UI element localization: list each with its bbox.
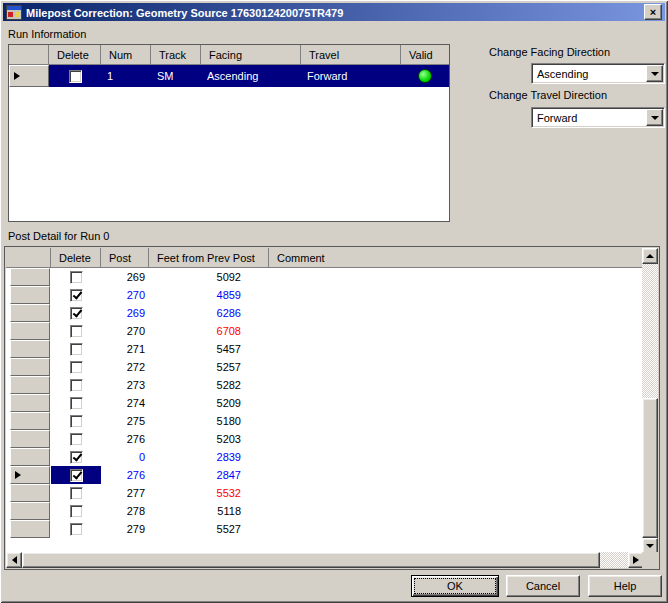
feet-cell[interactable]: 4859: [149, 286, 269, 304]
comment-cell[interactable]: [269, 430, 644, 448]
travel-dropdown-button[interactable]: [646, 109, 663, 126]
delete-cell[interactable]: [51, 268, 101, 286]
delete-cell[interactable]: [51, 358, 101, 376]
comment-cell[interactable]: [269, 412, 644, 430]
post-table-row[interactable]: 2735282: [6, 376, 644, 394]
post-cell[interactable]: 275: [101, 412, 149, 430]
horizontal-scroll-thumb[interactable]: [22, 552, 600, 568]
run-header-travel[interactable]: Travel: [301, 45, 401, 64]
comment-cell[interactable]: [269, 466, 644, 484]
row-selector-cell[interactable]: [10, 412, 50, 430]
post-cell[interactable]: 269: [101, 304, 149, 322]
post-cell[interactable]: 0: [101, 448, 149, 466]
feet-cell[interactable]: 2839: [149, 448, 269, 466]
row-selector-cell[interactable]: [10, 286, 50, 304]
post-cell[interactable]: 273: [101, 376, 149, 394]
comment-cell[interactable]: [269, 502, 644, 520]
comment-cell[interactable]: [269, 394, 644, 412]
post-table-row[interactable]: 2706708: [6, 322, 644, 340]
post-grid-horizontal-scrollbar[interactable]: [6, 552, 644, 568]
post-cell[interactable]: 276: [101, 430, 149, 448]
row-selector-cell[interactable]: [10, 484, 50, 502]
row-selector-cell[interactable]: [10, 520, 50, 538]
delete-cell[interactable]: [51, 502, 101, 520]
facing-dropdown-button[interactable]: [646, 65, 663, 82]
delete-checkbox[interactable]: [70, 289, 83, 302]
post-cell[interactable]: 278: [101, 502, 149, 520]
row-selector-cell[interactable]: [10, 358, 50, 376]
row-selector-cell[interactable]: [10, 340, 50, 358]
post-table-row[interactable]: 2715457: [6, 340, 644, 358]
row-selector-cell[interactable]: [10, 304, 50, 322]
post-header-comment[interactable]: Comment: [269, 248, 644, 267]
delete-cell[interactable]: [51, 520, 101, 538]
delete-cell[interactable]: [49, 65, 101, 87]
comment-cell[interactable]: [269, 286, 644, 304]
post-table-row[interactable]: 2745209: [6, 394, 644, 412]
delete-cell[interactable]: [51, 484, 101, 502]
vertical-scroll-track[interactable]: [642, 264, 658, 538]
comment-cell[interactable]: [269, 358, 644, 376]
run-header-track[interactable]: Track: [151, 45, 201, 64]
delete-cell[interactable]: [51, 304, 101, 322]
delete-checkbox[interactable]: [70, 361, 83, 374]
post-cell[interactable]: 276: [101, 466, 149, 484]
feet-cell[interactable]: 2847: [149, 466, 269, 484]
feet-cell[interactable]: 5457: [149, 340, 269, 358]
feet-cell[interactable]: 5257: [149, 358, 269, 376]
comment-cell[interactable]: [269, 448, 644, 466]
row-selector-cell[interactable]: [10, 268, 50, 286]
travel-cell[interactable]: Forward: [301, 65, 401, 87]
delete-cell[interactable]: [51, 430, 101, 448]
delete-checkbox[interactable]: [70, 271, 83, 284]
post-cell[interactable]: 274: [101, 394, 149, 412]
close-button[interactable]: ×: [644, 4, 662, 20]
post-table-row[interactable]: 2765203: [6, 430, 644, 448]
comment-cell[interactable]: [269, 376, 644, 394]
help-button[interactable]: Help: [588, 575, 662, 597]
delete-cell[interactable]: [51, 286, 101, 304]
change-facing-direction-dropdown[interactable]: Ascending: [531, 63, 665, 84]
comment-cell[interactable]: [269, 268, 644, 286]
post-table-row[interactable]: 2695092: [6, 268, 644, 286]
delete-cell[interactable]: [51, 466, 101, 484]
facing-cell[interactable]: Ascending: [201, 65, 301, 87]
delete-cell[interactable]: [51, 448, 101, 466]
comment-cell[interactable]: [269, 322, 644, 340]
post-cell[interactable]: 269: [101, 268, 149, 286]
post-table-row[interactable]: 2762847: [6, 466, 644, 484]
row-selector-cell[interactable]: [10, 376, 50, 394]
delete-cell[interactable]: [51, 394, 101, 412]
post-table-row[interactable]: 2755180: [6, 412, 644, 430]
post-cell[interactable]: 272: [101, 358, 149, 376]
comment-cell[interactable]: [269, 304, 644, 322]
num-cell[interactable]: 1: [101, 65, 151, 87]
feet-cell[interactable]: 5118: [149, 502, 269, 520]
delete-checkbox[interactable]: [70, 343, 83, 356]
feet-cell[interactable]: 6708: [149, 322, 269, 340]
change-travel-direction-dropdown[interactable]: Forward: [531, 107, 665, 128]
post-cell[interactable]: 271: [101, 340, 149, 358]
post-cell[interactable]: 277: [101, 484, 149, 502]
delete-checkbox[interactable]: [70, 487, 83, 500]
feet-cell[interactable]: 5527: [149, 520, 269, 538]
delete-checkbox[interactable]: [70, 451, 83, 464]
post-header-feet[interactable]: Feet from Prev Post: [149, 248, 269, 267]
post-table-row[interactable]: 2785118: [6, 502, 644, 520]
row-selector-cell[interactable]: [10, 448, 50, 466]
delete-cell[interactable]: [51, 340, 101, 358]
post-table-row[interactable]: 02839: [6, 448, 644, 466]
delete-checkbox[interactable]: [70, 379, 83, 392]
title-bar[interactable]: Milepost Correction: Geometry Source 176…: [3, 3, 665, 21]
delete-cell[interactable]: [51, 376, 101, 394]
comment-cell[interactable]: [269, 484, 644, 502]
feet-cell[interactable]: 5282: [149, 376, 269, 394]
row-selector-cell[interactable]: [10, 466, 50, 484]
feet-cell[interactable]: 5203: [149, 430, 269, 448]
feet-cell[interactable]: 5180: [149, 412, 269, 430]
delete-checkbox[interactable]: [70, 433, 83, 446]
post-table-row[interactable]: 2775532: [6, 484, 644, 502]
run-header-delete[interactable]: Delete: [49, 45, 101, 64]
delete-checkbox[interactable]: [70, 307, 83, 320]
delete-checkbox[interactable]: [70, 505, 83, 518]
